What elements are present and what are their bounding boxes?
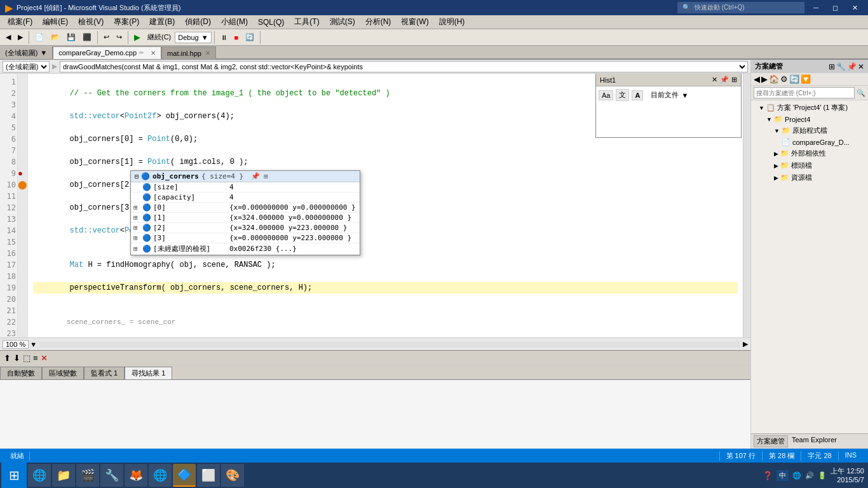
tray-network-icon[interactable]: 🌐 xyxy=(792,471,801,480)
expand-3[interactable]: ⊞ xyxy=(133,234,142,242)
menu-item-d[interactable]: 偵錯(D) xyxy=(180,15,216,29)
tray-help-icon[interactable]: ❓ xyxy=(763,471,773,480)
toolbar-pause-btn[interactable]: ⏸ xyxy=(217,32,231,43)
tab-close-btn[interactable]: ✕ xyxy=(151,50,156,57)
hist1-target-arrow[interactable]: ▼ xyxy=(681,92,688,99)
tab-find-results[interactable]: 尋找結果 1 xyxy=(125,367,172,379)
toolbar-open-btn[interactable]: 📂 xyxy=(48,31,63,43)
se-toolbar-btn2[interactable]: 🔧 xyxy=(836,62,846,71)
zoom-down-btn[interactable]: ▼ xyxy=(30,341,37,348)
tree-item-headers[interactable]: ▶ 📁 標頭檔 xyxy=(751,159,868,172)
taskbar-vs[interactable]: 🔷 xyxy=(173,464,196,487)
menu-item-w[interactable]: 視窗(W) xyxy=(396,15,433,29)
bottom-down-btn[interactable]: ⬇ xyxy=(13,353,20,363)
tab-local-vars[interactable]: 區域變數 xyxy=(42,367,84,379)
menu-item-n[interactable]: 分析(N) xyxy=(360,15,397,29)
bottom-sort-btn[interactable]: ≡ xyxy=(33,353,38,363)
tooltip-expand-btn[interactable]: ⊞ xyxy=(264,172,268,180)
tooltip-pin-icon[interactable]: 📌 xyxy=(251,172,260,180)
se-bottom-teamexplorer[interactable]: Team Explorer xyxy=(789,435,839,447)
menu-item-v[interactable]: 檢視(V) xyxy=(73,15,109,29)
tab-auto-vars[interactable]: 自動變數 xyxy=(0,367,42,379)
toolbar-forward-btn[interactable]: ▶ xyxy=(15,31,26,43)
se-close-btn[interactable]: ✕ xyxy=(858,62,864,71)
tree-item-srcfiles[interactable]: ▼ 📁 原始程式檔 xyxy=(751,125,868,137)
hist1-pin-btn[interactable]: 📌 xyxy=(720,76,729,84)
taskbar-explorer[interactable]: 📁 xyxy=(52,464,75,487)
minimize-button[interactable]: ─ xyxy=(808,4,824,11)
se-pin-btn[interactable]: 📌 xyxy=(847,62,857,71)
taskbar-chrome[interactable]: 🌐 xyxy=(149,464,172,487)
expand-2[interactable]: ⊞ xyxy=(133,224,142,232)
solution-search-icon[interactable]: 🔍 xyxy=(857,89,865,97)
toolbar-start-btn[interactable]: ▶ xyxy=(131,30,144,44)
debug-config-select[interactable]: Debug ▼ xyxy=(175,32,211,43)
tray-battery-icon[interactable]: 🔋 xyxy=(818,471,827,480)
se-bottom-solution[interactable]: 方案總管 xyxy=(754,435,788,447)
se-nav-forward[interactable]: ▶ xyxy=(761,74,768,84)
hscroll-bar[interactable] xyxy=(39,341,740,348)
hscroll-right-btn[interactable]: ▶ xyxy=(743,340,748,348)
expand-1[interactable]: ⊞ xyxy=(133,214,142,222)
taskbar-paint[interactable]: 🎨 xyxy=(221,464,244,487)
tree-item-externaldeps[interactable]: ▶ 📁 外部相依性 xyxy=(751,147,868,159)
hist1-expand-btn[interactable]: ⊞ xyxy=(731,76,737,84)
menu-item-t[interactable]: 工具(T) xyxy=(289,15,324,29)
toolbar-back-btn[interactable]: ◀ xyxy=(3,31,14,43)
taskbar-metro[interactable]: ⬜ xyxy=(197,464,220,487)
hist1-close-btn[interactable]: ✕ xyxy=(712,76,717,84)
mat-tab[interactable]: mat.inl.hpp ✕ xyxy=(161,46,216,59)
se-nav-back[interactable]: ◀ xyxy=(754,74,760,84)
tree-item-resources[interactable]: ▶ 📁 資源檔 xyxy=(751,172,868,184)
zoom-level[interactable]: 100 % xyxy=(3,340,29,349)
taskbar-ie[interactable]: 🌐 xyxy=(28,464,51,487)
menu-item-f[interactable]: 檔案(F) xyxy=(3,15,37,29)
function-dropdown[interactable]: drawGoodMatches(const Mat & img1, const … xyxy=(60,61,748,72)
taskbar-tools[interactable]: 🔧 xyxy=(100,464,123,487)
toolbar-saveall-btn[interactable]: ⬛ xyxy=(79,31,95,43)
menu-item-e[interactable]: 編輯(E) xyxy=(37,15,73,29)
tree-item-solution[interactable]: ▼ 📋 方案 'Project4' (1 專案) xyxy=(751,102,868,114)
hist1-font-btn[interactable]: Aa xyxy=(599,90,613,100)
taskbar-firefox[interactable]: 🦊 xyxy=(125,464,147,487)
bottom-clear-btn[interactable]: ✕ xyxy=(41,353,48,363)
menu-item-b[interactable]: 建置(B) xyxy=(144,15,180,29)
se-nav-refresh[interactable]: 🔄 xyxy=(789,74,799,84)
editor-scrollbar[interactable] xyxy=(743,74,750,337)
restore-button[interactable]: ◻ xyxy=(827,4,843,12)
expand-raw[interactable]: ⊞ xyxy=(133,245,142,253)
titlebar-search[interactable]: 🔍 快速啟動 (Ctrl+Q) xyxy=(677,2,804,13)
menu-item-h[interactable]: 說明(H) xyxy=(434,15,470,29)
menu-item-p[interactable]: 專案(P) xyxy=(109,15,144,29)
expand-0[interactable]: ⊞ xyxy=(133,203,142,212)
se-toolbar-btn1[interactable]: ⊞ xyxy=(829,62,835,71)
solution-search-input[interactable] xyxy=(754,87,855,98)
toolbar-save-btn[interactable]: 💾 xyxy=(64,31,79,43)
bottom-align-btn[interactable]: ⬚ xyxy=(23,353,31,363)
se-nav-props[interactable]: ⚙ xyxy=(780,74,788,84)
toolbar-redo-btn[interactable]: ↪ xyxy=(113,31,125,43)
toolbar-continue-btn[interactable]: 継続(C) xyxy=(144,30,174,44)
tree-item-comparegray[interactable]: 📄 compareGray_D... xyxy=(751,137,868,147)
toolbar-stop-btn[interactable]: ■ xyxy=(231,32,242,43)
tray-volume-icon[interactable]: 🔊 xyxy=(805,471,814,480)
menu-item-s[interactable]: 測試(S) xyxy=(325,15,360,29)
se-nav-filter[interactable]: 🔽 xyxy=(801,74,811,84)
menu-item-m[interactable]: 小組(M) xyxy=(216,15,253,29)
bottom-up-btn[interactable]: ⬆ xyxy=(4,353,11,363)
mat-tab-close[interactable]: ✕ xyxy=(205,50,210,57)
active-tab[interactable]: compareGray_Demo.cpp ✏ ✕ xyxy=(53,46,161,59)
toolbar-new-btn[interactable]: 📄 xyxy=(32,31,47,43)
toolbar-restart-btn[interactable]: 🔄 xyxy=(242,31,257,43)
start-button[interactable]: ⊞ xyxy=(1,463,27,488)
hist1-bold-btn[interactable]: A xyxy=(632,90,643,100)
tree-item-project4[interactable]: ▼ 📁 Project4 xyxy=(751,114,868,125)
scope-dropdown[interactable]: (全域範圍) xyxy=(3,61,50,72)
toolbar-undo-btn[interactable]: ↩ xyxy=(100,31,112,43)
taskbar-media[interactable]: 🎬 xyxy=(76,464,99,487)
hist1-zh-btn[interactable]: 文 xyxy=(616,89,629,101)
close-button[interactable]: ✕ xyxy=(847,4,863,12)
tab-watch1[interactable]: 監看式 1 xyxy=(84,367,125,379)
menu-item-sqlq[interactable]: SQL(Q) xyxy=(253,17,289,28)
se-nav-home[interactable]: 🏠 xyxy=(769,74,779,84)
